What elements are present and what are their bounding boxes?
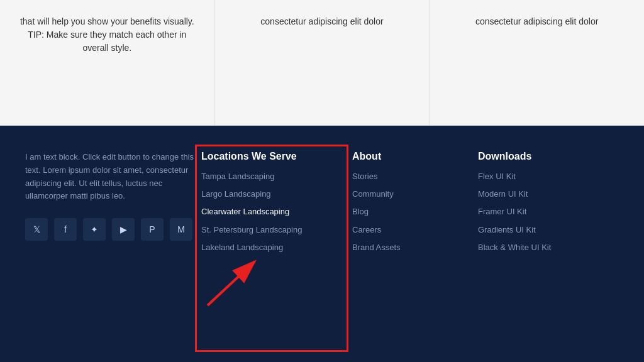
social-icons-row: 𝕏 f ✦ ▶ P M — [25, 218, 201, 241]
footer-locations-col: Locations We Serve Tampa Landscaping Lar… — [201, 151, 340, 343]
download-link-framer[interactable]: Framer UI Kit — [478, 206, 619, 217]
top-col-3-text: consectetur adipiscing elit dolor — [475, 15, 598, 28]
about-link-stories[interactable]: Stories — [352, 171, 465, 182]
top-col-2: consectetur adipiscing elit dolor — [215, 0, 430, 125]
download-link-gradients[interactable]: Gradients UI Kit — [478, 224, 619, 236]
locations-title: Locations We Serve — [201, 151, 340, 162]
about-links: Stories Community Blog Careers Brand Ass… — [352, 171, 465, 253]
top-col-1-text: that will help you show your benefits vi… — [19, 15, 196, 55]
footer-description: I am text block. Click edit button to ch… — [25, 151, 201, 203]
youtube-icon[interactable]: ▶ — [112, 218, 135, 241]
download-link-modern[interactable]: Modern UI Kit — [478, 189, 619, 200]
medium-icon[interactable]: M — [170, 218, 192, 241]
about-link-brand[interactable]: Brand Assets — [352, 242, 465, 253]
twitter-icon[interactable]: 𝕏 — [25, 218, 48, 241]
download-link-bw[interactable]: Black & White UI Kit — [478, 242, 619, 253]
location-link-lakeland[interactable]: Lakeland Landscaping — [201, 242, 340, 253]
top-col-2-text: consectetur adipiscing elit dolor — [260, 15, 383, 28]
location-link-largo[interactable]: Largo Landscaping — [201, 189, 340, 200]
download-link-flex[interactable]: Flex UI Kit — [478, 171, 619, 182]
dribbble-icon[interactable]: ✦ — [83, 218, 106, 241]
footer-downloads-col: Downloads Flex UI Kit Modern UI Kit Fram… — [478, 151, 619, 343]
facebook-icon[interactable]: f — [54, 218, 77, 241]
about-link-community[interactable]: Community — [352, 189, 465, 200]
footer-about-col: About Stories Community Blog Careers Bra… — [352, 151, 465, 343]
top-col-1: that will help you show your benefits vi… — [0, 0, 215, 125]
downloads-title: Downloads — [478, 151, 619, 162]
top-section: that will help you show your benefits vi… — [0, 0, 644, 126]
downloads-links: Flex UI Kit Modern UI Kit Framer UI Kit … — [478, 171, 619, 253]
location-link-tampa[interactable]: Tampa Landscaping — [201, 171, 340, 182]
location-link-stpete[interactable]: St. Petersburg Landscaping — [201, 224, 340, 236]
about-link-blog[interactable]: Blog — [352, 206, 465, 217]
top-col-3: consectetur adipiscing elit dolor — [430, 0, 644, 125]
pinterest-icon[interactable]: P — [141, 218, 164, 241]
about-title: About — [352, 151, 465, 162]
about-link-careers[interactable]: Careers — [352, 224, 465, 236]
locations-links: Tampa Landscaping Largo Landscaping Clea… — [201, 171, 340, 253]
location-link-clearwater[interactable]: Clearwater Landscaping — [201, 206, 340, 217]
footer-left: I am text block. Click edit button to ch… — [25, 151, 201, 343]
footer-content: I am text block. Click edit button to ch… — [0, 126, 644, 362]
footer: I am text block. Click edit button to ch… — [0, 126, 644, 362]
